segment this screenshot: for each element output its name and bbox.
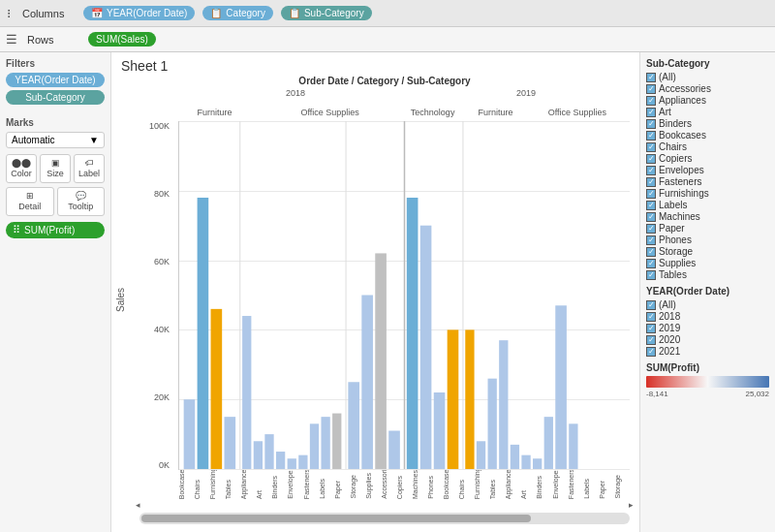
rs-item-chairs[interactable]: Chairs [646,141,769,152]
detail-btn[interactable]: ⊞ Detail [6,187,54,216]
svg-rect-20 [407,198,418,469]
y-axis-label: Sales [111,76,130,524]
sum-profit-legend-title: SUM(Profit) [646,362,769,373]
svg-rect-1 [198,198,209,469]
rs-item-bookcases[interactable]: Bookcases [646,130,769,141]
x-label-fasteners2: Fasteners [568,470,583,499]
rs-item-art[interactable]: Art [646,107,769,117]
rs-item-accessories[interactable]: Accessories [646,83,769,94]
chart-inner: Sales Order Date / Category / Sub-Catego… [111,76,639,532]
sum-profit-pill[interactable]: ⠿ SUM(Profit) [6,222,105,238]
color-legend-bar [646,376,769,388]
rs-item-copiers[interactable]: Copiers [646,153,769,164]
tooltip-icon: 💬 [76,191,86,201]
svg-rect-31 [533,458,542,469]
checkbox-accessories[interactable] [646,84,656,94]
marks-dropdown[interactable]: Automatic ▼ [6,132,105,148]
rs-item-machines[interactable]: Machines [646,211,769,222]
year-2019[interactable]: 2019 [646,323,769,333]
rs-item-envelopes[interactable]: Envelopes [646,165,769,175]
year-2018[interactable]: 2018 [646,311,769,322]
label-btn[interactable]: 🏷 Label [74,154,105,183]
rs-item-storage[interactable]: Storage [646,246,769,257]
svg-rect-9 [288,458,296,469]
tooltip-btn[interactable]: 💬 Tooltip [57,187,106,216]
chart-scrollbar[interactable] [140,513,630,524]
marks-icons: ⬤⬤ Color ▣ Size 🏷 Label [6,154,105,183]
scroll-left-icon[interactable]: ◂ [136,500,140,510]
chart-subtitle: Order Date / Category / Sub-Category [130,76,639,86]
svg-rect-17 [375,253,387,469]
x-label-accessories1: Accessories [381,470,396,499]
svg-rect-16 [361,296,373,470]
svg-rect-5 [242,316,251,469]
checkbox-2018[interactable] [646,312,656,322]
x-label-copiers1: Copiers [396,474,412,499]
checkbox-furnishings[interactable] [646,189,656,199]
category-pill[interactable]: 📋 Category [202,6,273,20]
rows-icon: ☰ [6,32,17,47]
year-order-date-pill[interactable]: 📅 YEAR(Order Date) [83,6,195,20]
x-label-appliances1: Appliances [240,470,256,499]
bars-svg [179,121,630,469]
checkbox-year-all[interactable] [646,300,656,310]
svg-rect-7 [264,434,273,469]
checkbox-bookcases[interactable] [646,131,656,141]
year-2020[interactable]: 2020 [646,334,769,345]
checkbox-envelopes[interactable] [646,166,656,175]
checkbox-art[interactable] [646,108,656,117]
checkbox-2020[interactable] [646,335,656,345]
checkbox-all[interactable] [646,73,656,82]
year-filter[interactable]: YEAR(Order Date) [6,73,105,87]
rs-item-furnishings[interactable]: Furnishings [646,188,769,199]
calendar-icon: 📅 [91,8,103,18]
checkbox-labels[interactable] [646,201,656,210]
size-btn[interactable]: ▣ Size [40,154,71,183]
svg-rect-23 [448,329,459,469]
rs-item-fasteners[interactable]: Fasteners [646,176,769,187]
svg-rect-30 [521,455,530,469]
rs-item-phones[interactable]: Phones [646,235,769,245]
rs-item-tables[interactable]: Tables [646,269,769,280]
checkbox-phones[interactable] [646,235,656,245]
x-label-phones1: Phones [427,474,443,499]
x-label-art1: Art [256,488,271,499]
rs-item-appliances[interactable]: Appliances [646,95,769,106]
chart-title: Sheet 1 [111,52,639,76]
year-2021[interactable]: 2021 [646,346,769,357]
checkbox-supplies[interactable] [646,259,656,268]
scroll-right-icon[interactable]: ▸ [629,500,634,510]
x-label-bookcases2: Bookcases [443,470,458,499]
rows-label: Rows [27,34,80,46]
checkbox-appliances[interactable] [646,96,656,106]
checkbox-2021[interactable] [646,347,656,357]
rs-item-binders[interactable]: Binders [646,118,769,129]
svg-rect-28 [499,340,508,469]
checkbox-chairs[interactable] [646,142,656,152]
chart-content: Order Date / Category / Sub-Category 201… [130,76,639,524]
svg-rect-29 [511,445,519,469]
checkbox-machines[interactable] [646,212,656,222]
sub-category-pill[interactable]: 📋 Sub-Category [281,6,372,20]
checkbox-copiers[interactable] [646,154,656,164]
color-btn[interactable]: ⬤⬤ Color [6,154,37,183]
checkbox-fasteners[interactable] [646,177,656,187]
checkbox-paper[interactable] [646,224,656,234]
subcategory-filter[interactable]: Sub-Category [6,90,105,105]
checkbox-binders[interactable] [646,119,656,129]
rs-item-paper[interactable]: Paper [646,223,769,234]
svg-rect-33 [555,305,567,469]
sum-sales-pill[interactable]: SUM(Sales) [88,32,156,47]
rs-item-all[interactable]: (All) [646,72,769,82]
rs-item-supplies[interactable]: Supplies [646,258,769,268]
rs-item-labels[interactable]: Labels [646,200,769,210]
label-icon: 🏷 [85,158,94,168]
dropdown-arrow: ▼ [89,135,99,145]
checkbox-tables[interactable] [646,270,656,280]
checkbox-storage[interactable] [646,247,656,257]
y-tick-40k: 40K [154,325,170,334]
x-label-envelopes1: Envelopes [287,470,302,499]
x-label-tables1: Tables [225,478,240,499]
checkbox-2019[interactable] [646,324,656,333]
year-all[interactable]: (All) [646,299,769,310]
